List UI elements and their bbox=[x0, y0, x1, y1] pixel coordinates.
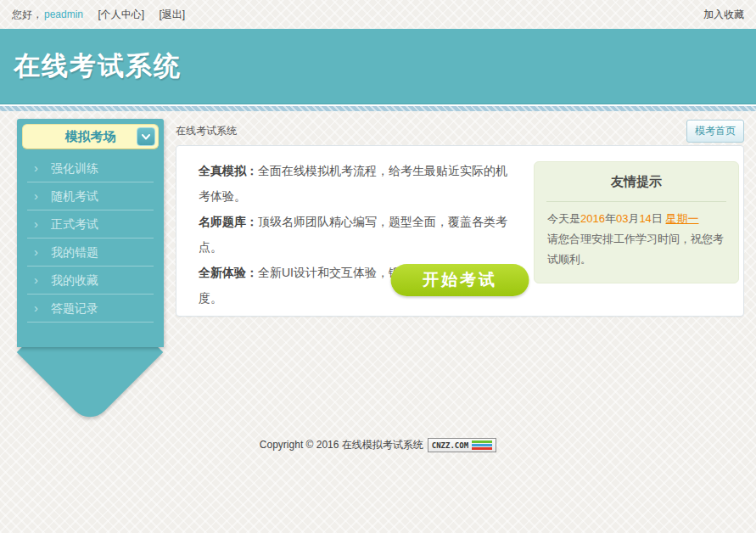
sidebar-item-wode-shoucang[interactable]: ›我的收藏 bbox=[27, 266, 154, 295]
site-header: 在线考试系统 bbox=[0, 29, 756, 104]
add-favorite-link[interactable]: 加入收藏 bbox=[703, 8, 744, 20]
content-area: 模拟考场 ›强化训练 ›随机考试 ›正式考试 ›我的错题 ›我的收藏 ›答题记录… bbox=[0, 111, 756, 317]
tips-divider bbox=[546, 201, 726, 202]
breadcrumb-row: 在线考试系统 模考首页 bbox=[176, 119, 744, 143]
mock-home-button[interactable]: 模考首页 bbox=[686, 120, 744, 143]
breadcrumb: 在线考试系统 bbox=[176, 124, 237, 138]
friendly-tips-box: 友情提示 今天是2016年03月14日 星期一 请您合理安排工作学习时间，祝您考… bbox=[534, 161, 739, 283]
logout-link[interactable]: [退出] bbox=[159, 8, 185, 20]
date-prefix: 今天是 bbox=[547, 212, 580, 225]
sidebar-collapse-button[interactable] bbox=[137, 127, 155, 146]
menu-arrow-icon: › bbox=[34, 266, 38, 294]
menu-arrow-icon: › bbox=[34, 210, 38, 238]
chevron-down-icon bbox=[142, 134, 150, 140]
username-link[interactable]: peadmin bbox=[44, 8, 83, 20]
feature-item: 名师题库：顶级名师团队精心编写，题型全面，覆盖各类考点。 bbox=[199, 209, 507, 260]
intro-panel: 全真模拟：全面在线模拟机考流程，给考生最贴近实际的机考体验。 名师题库：顶级名师… bbox=[176, 145, 744, 317]
tips-date-line: 今天是2016年03月14日 星期一 bbox=[547, 209, 725, 229]
sidebar-body: 模拟考场 ›强化训练 ›随机考试 ›正式考试 ›我的错题 ›我的收藏 ›答题记录 bbox=[17, 119, 164, 347]
feature-label: 全新体验： bbox=[199, 266, 258, 279]
sidebar-item-qianghua-xunlian[interactable]: ›强化训练 bbox=[27, 154, 154, 182]
start-exam-button[interactable]: 开始考试 bbox=[391, 264, 529, 296]
feature-item: 全真模拟：全面在线模拟机考流程，给考生最贴近实际的机考体验。 bbox=[199, 158, 507, 209]
sidebar-item-label: 强化训练 bbox=[51, 161, 98, 175]
tips-title: 友情提示 bbox=[535, 162, 738, 190]
cnzz-badge[interactable]: CNZZ.COM bbox=[428, 438, 496, 452]
site-title: 在线考试系统 bbox=[14, 48, 182, 84]
sidebar: 模拟考场 ›强化训练 ›随机考试 ›正式考试 ›我的错题 ›我的收藏 ›答题记录 bbox=[17, 119, 164, 347]
date-weekday: 星期一 bbox=[665, 212, 698, 225]
cnzz-badge-label: CNZZ.COM bbox=[432, 441, 468, 450]
feature-label: 全真模拟： bbox=[199, 164, 258, 177]
footer: Copyright © 2016 在线模拟考试系统 CNZZ.COM bbox=[0, 438, 756, 452]
tips-body: 今天是2016年03月14日 星期一 请您合理安排工作学习时间，祝您考试顺利。 bbox=[535, 205, 738, 270]
sidebar-item-label: 我的收藏 bbox=[51, 273, 98, 287]
date-day-label: 日 bbox=[652, 212, 663, 225]
topbar-user-area: 您好，peadmin [个人中心] [退出] bbox=[12, 8, 187, 22]
date-year: 2016 bbox=[580, 212, 605, 225]
personal-center-link[interactable]: [个人中心] bbox=[98, 8, 144, 20]
menu-arrow-icon: › bbox=[34, 154, 38, 182]
sidebar-item-label: 答题记录 bbox=[51, 301, 98, 315]
sidebar-item-suiji-kaoshi[interactable]: ›随机考试 bbox=[27, 182, 154, 210]
date-day: 14 bbox=[639, 212, 651, 225]
cnzz-bars-icon bbox=[472, 440, 492, 450]
sidebar-item-zhengshi-kaoshi[interactable]: ›正式考试 bbox=[27, 210, 154, 238]
date-month: 03 bbox=[616, 212, 628, 225]
menu-arrow-icon: › bbox=[34, 238, 38, 266]
sidebar-menu: ›强化训练 ›随机考试 ›正式考试 ›我的错题 ›我的收藏 ›答题记录 bbox=[22, 154, 159, 323]
sidebar-item-label: 正式考试 bbox=[51, 217, 98, 231]
copyright-text: Copyright © 2016 在线模拟考试系统 bbox=[260, 438, 423, 452]
sidebar-item-wode-cuoti[interactable]: ›我的错题 bbox=[27, 238, 154, 266]
date-month-label: 月 bbox=[628, 212, 639, 225]
topbar: 您好，peadmin [个人中心] [退出] 加入收藏 bbox=[0, 0, 756, 29]
menu-arrow-icon: › bbox=[34, 182, 38, 210]
sidebar-item-dati-jilu[interactable]: ›答题记录 bbox=[27, 295, 154, 323]
sidebar-category-button[interactable]: 模拟考场 bbox=[22, 124, 159, 149]
sidebar-item-label: 我的错题 bbox=[51, 245, 98, 259]
topbar-right: 加入收藏 bbox=[703, 8, 744, 22]
sidebar-item-label: 随机考试 bbox=[51, 189, 98, 203]
date-year-label: 年 bbox=[605, 212, 616, 225]
tips-message: 请您合理安排工作学习时间，祝您考试顺利。 bbox=[547, 229, 725, 270]
feature-label: 名师题库： bbox=[199, 215, 258, 228]
main-column: 在线考试系统 模考首页 全真模拟：全面在线模拟机考流程，给考生最贴近实际的机考体… bbox=[176, 119, 744, 317]
menu-arrow-icon: › bbox=[34, 295, 38, 322]
greeting-text: 您好， bbox=[12, 8, 42, 20]
